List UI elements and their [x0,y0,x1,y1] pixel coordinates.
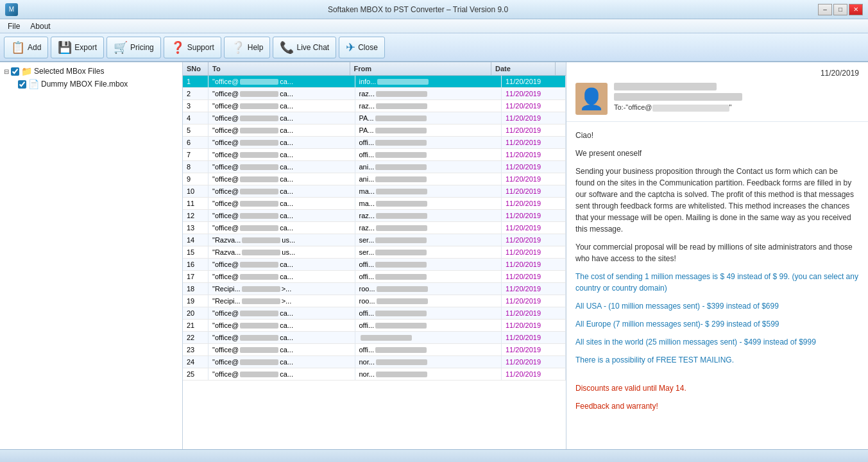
table-row[interactable]: 11"office@ ca...ma...11/20/2019 [183,198,566,210]
cell-date: 11/20/2019 [502,344,566,355]
cell-date: 11/20/2019 [502,356,566,368]
tree-child-0[interactable]: 📄 Dummy MBOX File.mbox [3,78,180,90]
table-row[interactable]: 5"office@ ca...PA...11/20/2019 [183,124,566,137]
cell-sno: 10 [183,185,208,197]
preview-date: 11/20/2019 [575,69,859,78]
cell-from: ma... [355,185,502,197]
table-row[interactable]: 21"office@ ca...offi...11/20/2019 [183,320,566,332]
table-row[interactable]: 13"office@ ca...raz...11/20/2019 [183,222,566,234]
app-icon: M [5,3,18,16]
spacer [575,372,859,376]
livechat-button[interactable]: 📞 Live Chat [273,37,336,58]
table-row[interactable]: 3"office@ ca...raz...11/20/2019 [183,100,566,112]
cell-to: "office@ ca... [208,344,355,355]
cell-to: "office@ ca... [208,124,355,136]
cell-to: "office@ ca... [208,368,355,380]
greeting: Ciao! [575,130,859,141]
preview-body[interactable]: Ciao! We present oneself Sending your bu… [566,122,868,449]
table-row[interactable]: 19"Recipi... >...roo...11/20/2019 [183,295,566,307]
cell-date: 11/20/2019 [502,100,566,112]
table-row[interactable]: 8"office@ ca...ani...11/20/2019 [183,161,566,173]
pricing-3: All Europe (7 million messages sent)- $ … [575,318,859,330]
minimize-button[interactable]: – [818,4,832,15]
help-button[interactable]: ❔ Help [224,37,271,58]
menu-file[interactable]: File [3,21,25,32]
cell-to: "office@ ca... [208,210,355,221]
free-test: There is a possibility of FREE TEST MAIL… [575,354,859,366]
table-row[interactable]: 7"office@ ca...offi...11/20/2019 [183,149,566,161]
feedback: Feedback and warranty! [575,400,859,412]
cell-sno: 19 [183,295,208,307]
sender-detail-blurred [614,93,742,101]
cell-to: "office@ ca... [208,88,355,99]
table-row[interactable]: 20"office@ ca...offi...11/20/2019 [183,307,566,320]
cell-from [355,332,502,343]
support-button[interactable]: ❓ Support [164,37,221,58]
table-row[interactable]: 24"office@ ca...nor...11/20/2019 [183,356,566,368]
cell-date: 11/20/2019 [502,88,566,99]
cell-date: 11/20/2019 [502,210,566,221]
sender-info: To:-"office@" [614,83,859,112]
table-row[interactable]: 6"office@ ca...offi...11/20/2019 [183,137,566,149]
cell-sno: 17 [183,271,208,282]
cell-sno: 1 [183,76,208,87]
tree-root-checkbox[interactable] [11,67,19,76]
table-row[interactable]: 1"office@ ca...info...11/20/2019 [183,76,566,88]
avatar: 👤 [575,83,608,115]
table-row[interactable]: 17"office@ ca...offi...11/20/2019 [183,271,566,283]
table-row[interactable]: 10"office@ ca...ma...11/20/2019 [183,185,566,198]
cell-from: nor... [355,368,502,380]
maximize-button[interactable]: □ [833,4,847,15]
cell-to: "office@ ca... [208,198,355,209]
close-button[interactable]: ✕ [849,4,863,15]
table-row[interactable]: 4"office@ ca...PA...11/20/2019 [183,112,566,124]
status-bar [0,449,868,462]
export-button[interactable]: 💾 Export [51,37,104,58]
cell-date: 11/20/2019 [502,246,566,258]
tree-root[interactable]: ⊟ 📁 Selected MBox Files [3,65,180,78]
table-row[interactable]: 18"Recipi... >...roo...11/20/2019 [183,283,566,295]
cell-sno: 22 [183,332,208,343]
cell-to: "Razva... us... [208,234,355,246]
table-row[interactable]: 15"Razva... us...ser...11/20/2019 [183,246,566,259]
table-row[interactable]: 23"office@ ca...offi...11/20/2019 [183,344,566,356]
preview-header: 11/20/2019 👤 To:-"office@" [566,62,868,122]
cell-date: 11/20/2019 [502,76,566,87]
table-row[interactable]: 25"office@ ca...nor...11/20/2019 [183,368,566,381]
toolbar: 📋 Add 💾 Export 🛒 Pricing ❓ Support ❔ Hel… [0,33,868,62]
cell-from: raz... [355,210,502,221]
close-app-label: Close [358,43,378,52]
pricing-1: The cost of sending 1 million messages i… [575,271,859,294]
table-row[interactable]: 12"office@ ca...raz...11/20/2019 [183,210,566,222]
header-to: To [208,62,350,75]
table-row[interactable]: 16"office@ ca...offi...11/20/2019 [183,259,566,271]
tree-child-checkbox-0[interactable] [18,80,26,89]
email-table-header: SNo To From Date [183,62,566,76]
support-icon: ❓ [171,40,185,55]
table-row[interactable]: 2"office@ ca...raz...11/20/2019 [183,88,566,100]
close-app-button[interactable]: ✈ Close [339,37,385,58]
cell-from: ani... [355,161,502,173]
help-icon: ❔ [231,40,245,55]
cell-from: ser... [355,246,502,258]
cell-to: "office@ ca... [208,307,355,319]
cell-date: 11/20/2019 [502,124,566,136]
cell-to: "Recipi... >... [208,295,355,307]
add-button[interactable]: 📋 Add [4,37,48,58]
cell-to: "office@ ca... [208,149,355,160]
close-app-icon: ✈ [346,40,355,55]
table-row[interactable]: 14"Razva... us...ser...11/20/2019 [183,234,566,246]
cell-to: "office@ ca... [208,137,355,148]
cell-from: roo... [355,283,502,295]
preview-to-line: To:-"office@" [614,103,859,112]
cell-from: offi... [355,259,502,270]
email-table-body[interactable]: 1"office@ ca...info...11/20/20192"office… [183,76,566,449]
cell-sno: 20 [183,307,208,319]
cell-date: 11/20/2019 [502,368,566,380]
menu-about[interactable]: About [25,21,55,32]
pricing-4: All sites in the world (25 million messa… [575,336,859,348]
table-row[interactable]: 22"office@ ca...11/20/2019 [183,332,566,344]
table-row[interactable]: 9"office@ ca...ani...11/20/2019 [183,173,566,185]
tree-root-expand: ⊟ [4,68,9,75]
pricing-button[interactable]: 🛒 Pricing [106,37,161,58]
